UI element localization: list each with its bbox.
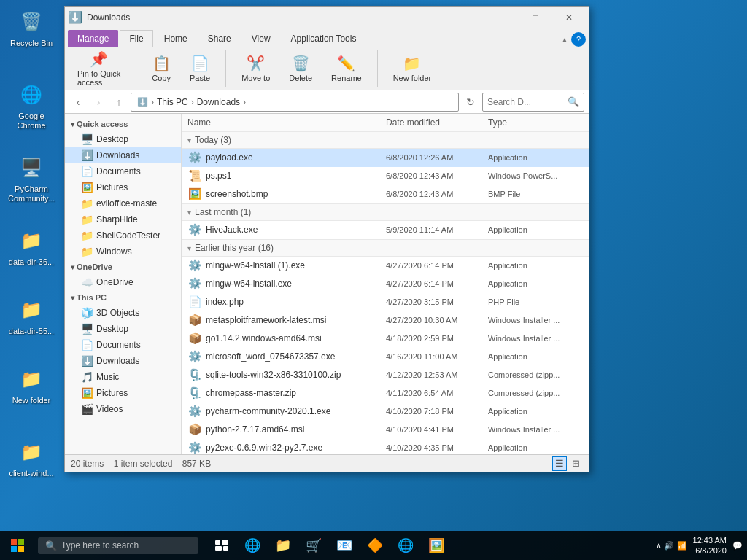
sidebar-item-onedrive[interactable]: ☁️ OneDrive xyxy=(65,274,181,290)
svg-rect-7 xyxy=(223,546,228,551)
taskbar-search[interactable]: 🔍 Type here to search xyxy=(38,537,198,554)
taskview-button[interactable] xyxy=(207,531,236,560)
group-today[interactable]: ▾ Today (3) xyxy=(182,131,589,149)
desktop-icon-pycharm[interactable]: 🖥️ PyCharm Community... xyxy=(6,153,57,203)
ribbon-move-btn[interactable]: ✂️ Move to xyxy=(235,51,276,86)
ribbon-paste-btn[interactable]: 📄 Paste xyxy=(183,51,217,86)
sidebar-item-desktop2[interactable]: 🖥️ Desktop xyxy=(65,321,181,337)
path-this-pc[interactable]: This PC xyxy=(157,97,188,107)
sidebar-item-desktop[interactable]: 🖥️ Desktop xyxy=(65,131,181,147)
file-row-mingw1[interactable]: ⚙️ mingw-w64-install (1).exe 4/27/2020 6… xyxy=(182,257,589,275)
search-box[interactable]: 🔍 xyxy=(482,93,584,112)
mail-button[interactable]: 📧 xyxy=(330,531,359,560)
file-row-chromepass[interactable]: 🗜️ chromepass-master.zip 4/11/2020 6:54 … xyxy=(182,384,589,402)
refresh-button[interactable]: ↻ xyxy=(462,93,479,111)
desktop-icon-data55[interactable]: 📁 data-dir-55... xyxy=(6,295,57,336)
file-row-py2exe[interactable]: ⚙️ py2exe-0.6.9.win32-py2.7.exe 4/10/202… xyxy=(182,439,589,454)
sidebar-section-thispc[interactable]: This PC xyxy=(65,290,181,305)
sidebar-item-eviloffice[interactable]: 📁 eviloffice-maste xyxy=(65,195,181,211)
path-downloads-icon[interactable]: ⬇️ xyxy=(137,97,148,107)
file-row-mingw2[interactable]: ⚙️ mingw-w64-install.exe 4/27/2020 6:14 … xyxy=(182,275,589,293)
ribbon-newfolder-label: New folder xyxy=(393,74,432,82)
sidebar-item-shellcodetester[interactable]: 📁 ShellCodeTester xyxy=(65,228,181,244)
office-button[interactable]: 🔶 xyxy=(360,531,390,560)
sidebar-item-videos[interactable]: 🎬 Videos xyxy=(65,401,181,417)
sidebar: Quick access 🖥️ Desktop ⬇️ Downloads 📄 D… xyxy=(65,114,182,454)
file-row-metasploit[interactable]: 📦 metasploitframework-latest.msi 4/27/20… xyxy=(182,311,589,330)
help-button[interactable]: ? xyxy=(571,32,586,47)
chromepass-type: Compressed (zipp... xyxy=(488,389,583,397)
explorer-taskbar-button[interactable]: 📁 xyxy=(268,531,298,560)
sidebar-section-quickaccess[interactable]: Quick access xyxy=(65,117,181,131)
ribbon-tab-view[interactable]: View xyxy=(242,30,280,47)
photos-button[interactable]: 🖼️ xyxy=(422,531,451,560)
sidebar-item-music[interactable]: 🎵 Music xyxy=(65,369,181,385)
ribbon-tab-file[interactable]: File xyxy=(120,30,152,47)
path-downloads[interactable]: Downloads xyxy=(197,97,240,107)
sidebar-item-documents2[interactable]: 📄 Documents xyxy=(65,337,181,353)
edge-button[interactable]: 🌐 xyxy=(238,531,267,560)
file-row-pycharm[interactable]: ⚙️ pycharm-community-2020.1.exe 4/10/202… xyxy=(182,402,589,421)
taskbar-clock[interactable]: 12:43 AM 6/8/2020 xyxy=(693,535,727,556)
file-row-go[interactable]: 📦 go1.14.2.windows-amd64.msi 4/18/2020 2… xyxy=(182,330,589,348)
file-list-scroll[interactable]: ▾ Today (3) ⚙️ payload.exe 6/8/2020 12:2… xyxy=(182,131,589,454)
back-button[interactable]: ‹ xyxy=(69,93,87,111)
file-row-hivejack[interactable]: ⚙️ HiveJack.exe 5/9/2020 11:14 AM Applic… xyxy=(182,221,589,239)
sidebar-item-windows[interactable]: 📁 Windows xyxy=(65,244,181,260)
sidebar-item-documents[interactable]: 📄 Documents xyxy=(65,163,181,179)
search-input[interactable] xyxy=(487,97,568,107)
up-button[interactable]: ↑ xyxy=(110,93,128,111)
sidebar-item-pictures2[interactable]: 🖼️ Pictures xyxy=(65,385,181,401)
payload-icon: ⚙️ xyxy=(187,150,202,165)
group-lastmonth[interactable]: ▾ Last month (1) xyxy=(182,203,589,221)
ribbon-pin-btn[interactable]: 📌 Pin to Quickaccess xyxy=(71,47,127,90)
file-row-ps[interactable]: 📜 ps.ps1 6/8/2020 12:43 AM Windows Power… xyxy=(182,167,589,185)
ribbon-tab-apptools[interactable]: Application Tools xyxy=(282,30,366,47)
sidebar-item-3dobjects[interactable]: 🧊 3D Objects xyxy=(65,305,181,321)
file-row-sqlite[interactable]: 🗜️ sqlite-tools-win32-x86-3310100.zip 4/… xyxy=(182,366,589,384)
details-view-button[interactable]: ☰ xyxy=(552,456,567,471)
address-path[interactable]: ⬇️ › This PC › Downloads › xyxy=(131,93,459,112)
sidebar-desktop-label: Desktop xyxy=(96,134,128,144)
file-row-payload[interactable]: ⚙️ payload.exe 6/8/2020 12:26 AM Applica… xyxy=(182,149,589,167)
sidebar-section-onedrive[interactable]: OneDrive xyxy=(65,260,181,274)
desktop-icon-data36[interactable]: 📁 data-dir-36... xyxy=(6,226,57,267)
group-earlyyear[interactable]: ▾ Earlier this year (16) xyxy=(182,239,589,257)
ribbon-tab-manage[interactable]: Manage xyxy=(68,30,118,47)
sidebar-item-downloads2[interactable]: ⬇️ Downloads xyxy=(65,353,181,369)
sidebar-3dobjects-label: 3D Objects xyxy=(96,308,139,318)
minimize-button[interactable]: ─ xyxy=(485,7,519,28)
close-button[interactable]: ✕ xyxy=(552,7,586,28)
desktop-icon-clientwind[interactable]: 📁 client-wind... xyxy=(6,438,57,478)
desktop-icon-chrome[interactable]: 🌐 Google Chrome xyxy=(6,80,57,131)
maximize-button[interactable]: □ xyxy=(519,7,552,28)
ribbon-delete-btn[interactable]: 🗑️ Delete xyxy=(282,51,319,86)
chrome-taskbar-button[interactable]: 🌐 xyxy=(391,531,420,560)
file-row-msword[interactable]: ⚙️ microsoft_word_0754673357.exe 4/16/20… xyxy=(182,348,589,366)
file-row-indexphp[interactable]: 📄 index.php 4/27/2020 3:15 PM PHP File xyxy=(182,293,589,311)
large-icon-view-button[interactable]: ⊞ xyxy=(568,456,583,471)
col-header-type[interactable]: Type xyxy=(488,117,583,128)
sidebar-item-pictures[interactable]: 🖼️ Pictures xyxy=(65,179,181,195)
store-button[interactable]: 🛒 xyxy=(299,531,328,560)
ribbon-tab-share[interactable]: Share xyxy=(198,30,241,47)
desktop-icon-recycle-bin[interactable]: 🗑️ Recycle Bin xyxy=(6,7,57,48)
col-header-date[interactable]: Date modified xyxy=(386,117,488,128)
start-button[interactable] xyxy=(0,531,35,560)
notification-button[interactable]: 💬 xyxy=(732,541,743,551)
forward-button[interactable]: › xyxy=(90,93,107,111)
documents-icon-sidebar: 📄 xyxy=(81,166,93,177)
ribbon-copy-btn[interactable]: 📋 Copy xyxy=(145,51,177,86)
lastmonth-chevron: ▾ xyxy=(187,209,191,217)
col-header-name[interactable]: Name xyxy=(187,117,386,128)
desktop-icon-newfolder[interactable]: 📁 New folder xyxy=(6,365,57,405)
sidebar-item-sharphide[interactable]: 📁 SharpHide xyxy=(65,211,181,228)
file-row-python27[interactable]: 📦 python-2.7.17.amd64.msi 4/10/2020 4:41… xyxy=(182,421,589,439)
ribbon-newfolder-btn[interactable]: 📁 New folder xyxy=(387,51,438,86)
ribbon-tab-home[interactable]: Home xyxy=(155,30,197,47)
ribbon-rename-btn[interactable]: ✏️ Rename xyxy=(325,51,368,86)
sidebar-item-downloads[interactable]: ⬇️ Downloads xyxy=(65,147,181,163)
file-row-screenshot[interactable]: 🖼️ screenshot.bmp 6/8/2020 12:43 AM BMP … xyxy=(182,185,589,203)
ribbon-collapse-btn[interactable]: ▲ xyxy=(561,36,568,44)
mingw2-name: mingw-w64-install.exe xyxy=(206,279,386,289)
